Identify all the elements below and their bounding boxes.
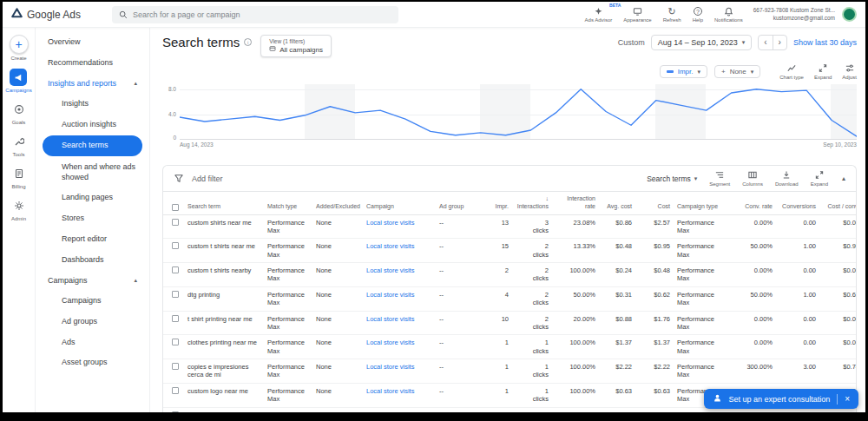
col-ad-group[interactable]: Ad group xyxy=(436,192,481,214)
sidebar-item-recommendations[interactable]: Recommendations xyxy=(36,52,149,73)
table-scroll-area[interactable]: Search term Match type Added/Excluded Ca… xyxy=(163,192,856,412)
chart-expand-button[interactable]: Expand xyxy=(814,63,832,80)
campaign-link[interactable]: Local store visits xyxy=(366,219,414,227)
notifications-button[interactable]: Notifications xyxy=(714,6,743,23)
table-expand-button[interactable]: Expand xyxy=(811,170,828,187)
col-cost[interactable]: Cost xyxy=(635,192,674,214)
ad-group-cell: -- xyxy=(436,263,481,287)
refresh-button[interactable]: ↻ Refresh xyxy=(663,6,681,23)
rail-item-campaigns[interactable]: Campaigns xyxy=(5,69,31,93)
rail-item-admin[interactable]: Admin xyxy=(10,197,28,221)
sidebar-item-landing-pages[interactable]: Landing pages xyxy=(36,187,149,208)
avatar[interactable] xyxy=(842,7,857,22)
col-interaction-rate[interactable]: Interaction rate xyxy=(552,192,599,214)
download-button[interactable]: Download xyxy=(775,170,799,187)
search-input[interactable] xyxy=(133,10,391,19)
row-checkbox[interactable] xyxy=(172,242,179,249)
show-last-30-days-link[interactable]: Show last 30 days xyxy=(793,38,857,47)
col-conv-rate[interactable]: Conv. rate xyxy=(729,192,776,214)
select-all-checkbox[interactable] xyxy=(172,204,179,211)
col-search-term[interactable]: Search term xyxy=(184,192,264,214)
rail-item-tools[interactable]: Tools xyxy=(10,133,28,157)
row-checkbox[interactable] xyxy=(172,219,179,226)
info-icon[interactable]: i xyxy=(244,38,252,46)
col-cost-conv[interactable]: Cost / conv. xyxy=(819,192,856,214)
campaign-cell: Local store visits xyxy=(363,335,436,359)
view-filter-chip[interactable]: View (1 filters) All campaigns xyxy=(260,35,332,57)
add-filter-button[interactable]: Add filter xyxy=(192,174,223,183)
rail-item-goals[interactable]: Goals xyxy=(10,101,28,125)
col-campaign[interactable]: Campaign xyxy=(363,192,436,214)
row-checkbox[interactable] xyxy=(172,315,179,322)
interaction-rate-cell: 25.00% xyxy=(552,407,599,412)
table-row[interactable]: custom t shirts near me Performance Max … xyxy=(163,239,856,263)
table-row[interactable]: custom shirts near me Performance Max No… xyxy=(163,214,856,239)
account-info[interactable]: 667-923-7808 Kustom Zone St... kustomzon… xyxy=(753,7,835,23)
chart-adjust-button[interactable]: Adjust xyxy=(842,63,857,80)
appearance-button[interactable]: Appearance xyxy=(623,6,651,23)
filter-funnel-icon[interactable] xyxy=(174,171,184,187)
date-range-picker[interactable]: Aug 14 – Sep 10, 2023 ▾ xyxy=(651,35,753,50)
table-row[interactable]: clothes printing near me Performance Max… xyxy=(163,335,856,359)
table-row[interactable]: custom t shirts nearby Performance Max N… xyxy=(163,263,856,287)
campaign-link[interactable]: Local store visits xyxy=(366,339,414,346)
ads-advisor-button[interactable]: BETA Ads Advisor xyxy=(585,6,613,23)
close-icon[interactable]: × xyxy=(845,394,850,404)
google-ads-logo[interactable]: Google Ads xyxy=(11,8,81,21)
expand-icon xyxy=(818,63,828,73)
rail-item-billing[interactable]: Billing xyxy=(10,165,28,189)
campaign-link[interactable]: Local store visits xyxy=(366,242,414,250)
row-checkbox[interactable] xyxy=(172,339,179,345)
global-search[interactable] xyxy=(112,6,398,23)
row-checkbox[interactable] xyxy=(172,291,179,298)
campaign-link[interactable]: Local store visits xyxy=(366,315,414,323)
sidebar-item-ads[interactable]: Ads xyxy=(36,332,149,353)
sidebar-item-report-editor[interactable]: Report editor xyxy=(36,229,149,250)
chart-type-button[interactable]: Chart type xyxy=(779,63,804,80)
sidebar-item-dashboards[interactable]: Dashboards xyxy=(36,250,149,271)
row-checkbox[interactable] xyxy=(172,363,179,370)
expert-consultation-banner[interactable]: Set up an expert consultation × xyxy=(704,389,858,409)
row-checkbox[interactable] xyxy=(172,266,179,273)
metric-selector-secondary[interactable]: + None ▾ xyxy=(714,65,760,78)
table-row[interactable]: copies e impresiones cerca de mi Perform… xyxy=(163,359,856,384)
col-avg-cost[interactable]: Avg. cost xyxy=(599,192,635,214)
col-added-excluded[interactable]: Added/Excluded xyxy=(312,192,363,214)
campaign-link[interactable]: Local store visits xyxy=(366,266,414,274)
metric-selector-primary[interactable]: Impr. ▾ xyxy=(660,65,707,78)
segment-button[interactable]: Segment xyxy=(709,170,730,187)
table-row[interactable]: dtg printing Performance Max None Local … xyxy=(163,286,856,311)
sidebar-item-search-terms[interactable]: Search terms xyxy=(43,135,142,156)
campaign-link[interactable]: Local store visits xyxy=(366,291,414,299)
col-interactions[interactable]: ↓ Interactions xyxy=(512,192,552,214)
create-button[interactable]: + Create xyxy=(10,35,29,61)
sidebar-item-overview[interactable]: Overview xyxy=(36,31,149,52)
col-campaign-type[interactable]: Campaign type xyxy=(674,192,729,214)
col-match-type[interactable]: Match type xyxy=(264,192,312,214)
sidebar-item-stores[interactable]: Stores xyxy=(36,208,149,229)
col-impr[interactable]: Impr. xyxy=(481,192,512,214)
sidebar-item-auction-insights[interactable]: Auction insights xyxy=(36,115,149,135)
previous-period-button[interactable]: ‹ xyxy=(759,36,772,49)
chart-plot-area[interactable] xyxy=(180,84,857,140)
row-checkbox[interactable] xyxy=(172,411,179,413)
help-button[interactable]: ? Help xyxy=(693,6,703,23)
sidebar-item-ad-groups[interactable]: Ad groups xyxy=(36,312,149,332)
sidebar-item-insights[interactable]: Insights xyxy=(36,94,149,115)
sidebar-item-asset-groups[interactable]: Asset groups xyxy=(36,352,149,373)
campaign-link[interactable]: Local store visits xyxy=(366,363,414,371)
campaign-link[interactable]: Local store visits xyxy=(366,387,414,395)
collapse-table-chevron[interactable]: ▴ xyxy=(842,174,845,182)
report-scope-dropdown[interactable]: Search terms ▾ xyxy=(647,174,697,183)
cost-conv-cell: $0.74 xyxy=(819,359,856,384)
sidebar-item-campaigns[interactable]: Campaigns xyxy=(36,291,149,312)
campaign-link[interactable]: Local store visits xyxy=(366,411,414,413)
col-conversions[interactable]: Conversions xyxy=(776,192,819,214)
row-checkbox[interactable] xyxy=(172,387,179,394)
sidebar-section-campaigns[interactable]: Campaigns ▴ xyxy=(36,270,149,291)
next-period-button[interactable]: › xyxy=(773,36,786,49)
sidebar-item-when-and-where-ads-showed[interactable]: When and where ads showed xyxy=(36,157,149,187)
table-row[interactable]: t shirt printing near me Performance Max… xyxy=(163,311,856,335)
columns-button[interactable]: Columns xyxy=(742,170,763,187)
sidebar-section-insights-and-reports[interactable]: Insights and reports ▴ xyxy=(36,73,149,94)
